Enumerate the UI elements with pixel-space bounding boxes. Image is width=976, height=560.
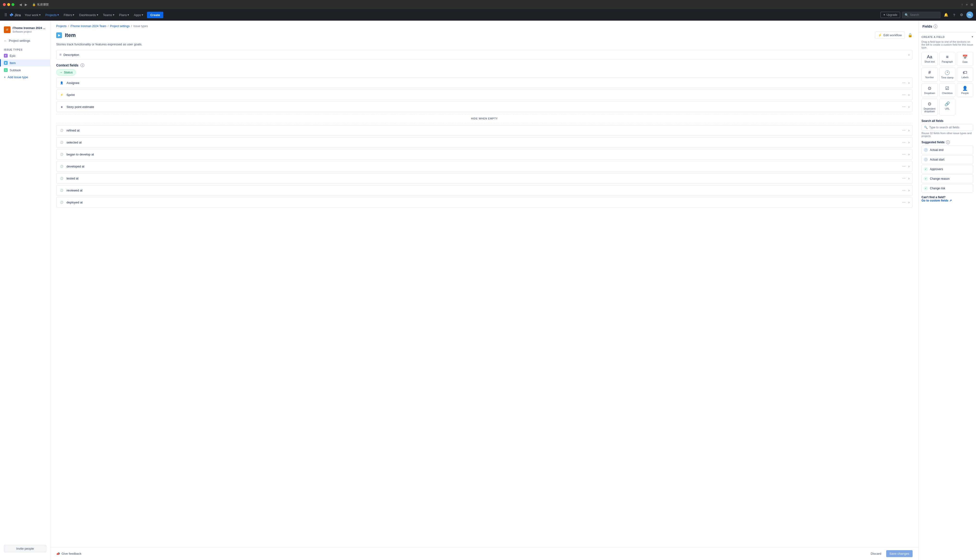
- selected-at-field[interactable]: 🕐 selected at ··· ›: [56, 137, 912, 148]
- nav-teams[interactable]: Teams ▾: [101, 12, 116, 18]
- breadcrumb-project-settings[interactable]: Project settings: [110, 25, 130, 28]
- tested-at-field[interactable]: 🕐 tested at ··· ›: [56, 173, 912, 183]
- lock-icon[interactable]: 🔒: [908, 33, 912, 37]
- refined-at-more-button[interactable]: ···: [901, 128, 906, 133]
- give-feedback-button[interactable]: 📣 Give feedback: [56, 552, 82, 555]
- field-type-checkbox[interactable]: ☑ Checkbox: [939, 83, 956, 97]
- deployed-at-field[interactable]: 🕐 deployed at ··· ›: [56, 197, 912, 208]
- top-nav: ⠿ Jira Your work ▾ Projects ▾ Filters ▾ …: [0, 9, 976, 21]
- suggested-fields-info-icon[interactable]: i: [946, 140, 950, 144]
- nav-filters[interactable]: Filters ▾: [62, 12, 76, 18]
- invite-people-button[interactable]: Invite people: [4, 545, 46, 552]
- epic-icon: E: [4, 54, 8, 58]
- context-fields-info-icon[interactable]: i: [80, 63, 84, 67]
- field-type-number[interactable]: # Number: [921, 67, 938, 82]
- nav-plans[interactable]: Plans ▾: [117, 12, 131, 18]
- field-type-date[interactable]: 📅 Date: [957, 52, 973, 66]
- discard-button[interactable]: Discard: [868, 550, 884, 557]
- assignee-field[interactable]: 👤 Assignee ··· ›: [56, 77, 912, 88]
- nav-your-work[interactable]: Your work ▾: [23, 12, 42, 18]
- fullscreen-button[interactable]: [12, 3, 14, 6]
- field-type-labels[interactable]: 🏷 Labels: [957, 67, 973, 82]
- minimize-button[interactable]: [7, 3, 10, 6]
- story-point-more-button[interactable]: ···: [901, 104, 906, 109]
- copy-icon[interactable]: ⧉: [971, 3, 973, 7]
- developed-at-more-button[interactable]: ···: [901, 163, 906, 169]
- sidebar-item-item[interactable]: ▶ Item: [0, 59, 50, 67]
- jira-logo[interactable]: Jira: [10, 13, 21, 17]
- search-all-fields-section: Search all fields 🔍 Type to search all f…: [921, 119, 973, 137]
- field-type-url[interactable]: 🔗 URL: [939, 98, 956, 115]
- selected-at-more-button[interactable]: ···: [901, 140, 906, 145]
- sprint-more-button[interactable]: ···: [901, 92, 906, 97]
- search-all-fields-label: Search all fields: [921, 119, 973, 123]
- fields-info-icon[interactable]: i: [934, 25, 938, 28]
- add-tab-icon[interactable]: +: [966, 3, 968, 7]
- search-box[interactable]: 🔍 Search: [902, 12, 941, 18]
- status-badge[interactable]: → Status: [56, 69, 76, 76]
- go-to-custom-fields-link[interactable]: Go to custom fields ↗: [921, 199, 973, 202]
- search-all-fields-input[interactable]: 🔍 Type to search all fields: [921, 124, 973, 131]
- collapse-icon[interactable]: ▾: [972, 35, 973, 38]
- actual-start-icon: 🕐: [924, 157, 928, 162]
- forward-button[interactable]: ▶: [24, 2, 28, 7]
- breadcrumb-projects[interactable]: Projects: [56, 25, 67, 28]
- story-point-field[interactable]: ◈ Story point estimate ··· ›: [56, 102, 912, 112]
- settings-icon[interactable]: ⚙: [958, 11, 964, 18]
- suggested-field-approvers[interactable]: ✓ Approvers: [921, 165, 973, 173]
- refined-at-field[interactable]: 🕐 refined at ··· ›: [56, 125, 912, 135]
- field-type-timestamp[interactable]: 🕐 Time stamp: [939, 67, 956, 82]
- workflow-icon: ⚡: [878, 33, 882, 37]
- right-panel-title: Fields i: [923, 25, 938, 28]
- back-button[interactable]: ◀: [18, 2, 23, 7]
- assignee-more-button[interactable]: ···: [901, 80, 906, 85]
- field-type-dropdown[interactable]: ⊙ Dropdown: [921, 83, 938, 97]
- field-type-people[interactable]: 👤 People: [957, 83, 973, 97]
- suggested-field-change-risk[interactable]: ✓ Change risk: [921, 184, 973, 193]
- began-develop-at-field[interactable]: 🕐 began to develop at ··· ›: [56, 149, 912, 160]
- suggested-field-change-reason[interactable]: ✓ Change reason: [921, 175, 973, 183]
- add-issue-type-button[interactable]: + Add issue type: [0, 74, 50, 81]
- sprint-field[interactable]: ⚡ Sprint ··· ›: [56, 90, 912, 100]
- suggested-field-actual-end[interactable]: 🕐 Actual end: [921, 146, 973, 154]
- change-reason-icon: ✓: [924, 177, 928, 181]
- sidebar-item-subtask[interactable]: ↘ Subtask: [0, 67, 50, 74]
- avatar[interactable]: YL: [966, 12, 973, 18]
- edit-workflow-button[interactable]: ⚡ Edit workflow: [875, 32, 905, 38]
- app-container: ⠿ Jira Your work ▾ Projects ▾ Filters ▾ …: [0, 9, 976, 560]
- save-changes-button[interactable]: Save changes: [886, 550, 912, 557]
- story-point-chevron-icon: ›: [908, 105, 909, 109]
- reviewed-at-more-button[interactable]: ···: [901, 188, 906, 193]
- field-type-dependent-dropdown[interactable]: ⊙ Dependent dropdown: [921, 98, 938, 115]
- notifications-icon[interactable]: 🔔: [943, 11, 950, 18]
- grid-icon[interactable]: ⠿: [3, 11, 8, 19]
- reviewed-at-field[interactable]: 🕐 reviewed at ··· ›: [56, 185, 912, 195]
- description-field[interactable]: ≡ Description ›: [56, 50, 912, 60]
- right-panel: Fields i CREATE A FIELD ▾ Drag a field t…: [918, 21, 976, 560]
- sidebar-back-button[interactable]: ← Project settings: [0, 37, 50, 44]
- deployed-at-more-button[interactable]: ···: [901, 200, 906, 205]
- developed-at-icon: 🕐: [59, 164, 64, 169]
- help-icon[interactable]: ?: [952, 12, 956, 18]
- suggested-field-actual-start[interactable]: 🕐 Actual start: [921, 155, 973, 164]
- checkbox-icon: ☑: [945, 86, 949, 91]
- content-area: Projects / iThome Ironman 2024 Team / Pr…: [50, 21, 918, 560]
- began-develop-at-chevron-icon: ›: [908, 152, 909, 156]
- sidebar-item-epic[interactable]: E Epic: [0, 52, 50, 59]
- nav-projects[interactable]: Projects ▾: [43, 12, 61, 18]
- share-icon[interactable]: ↑: [961, 3, 963, 7]
- developed-at-field[interactable]: 🕐 developed at ··· ›: [56, 161, 912, 172]
- breadcrumb-team[interactable]: iThome Ironman 2024 Team: [70, 25, 106, 28]
- nav-dashboards[interactable]: Dashboards ▾: [77, 12, 100, 18]
- field-type-short-text[interactable]: Aa Short text: [921, 52, 938, 66]
- tested-at-more-button[interactable]: ···: [901, 176, 906, 181]
- create-button[interactable]: Create: [147, 12, 163, 18]
- nav-apps[interactable]: Apps ▾: [132, 12, 145, 18]
- bottom-actions: Discard Save changes: [868, 550, 912, 557]
- upgrade-button[interactable]: ✦ Upgrade: [881, 12, 900, 18]
- selected-at-icon: 🕐: [59, 140, 64, 145]
- sidebar-bottom: Invite people: [0, 541, 50, 556]
- close-button[interactable]: [3, 3, 6, 6]
- field-type-paragraph[interactable]: ≡ Paragraph: [939, 52, 956, 66]
- began-develop-at-more-button[interactable]: ···: [901, 152, 906, 157]
